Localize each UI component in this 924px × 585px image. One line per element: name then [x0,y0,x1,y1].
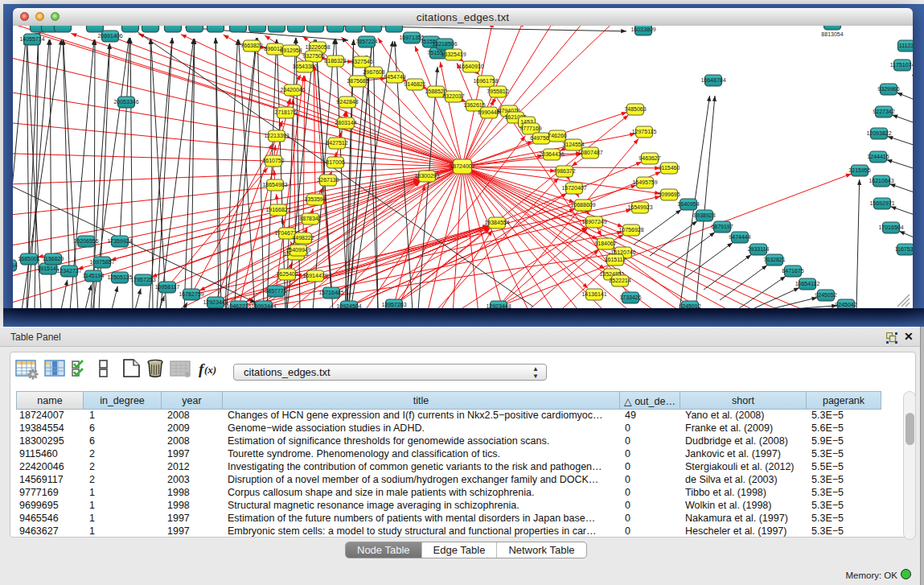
svg-text:8912954: 8912954 [280,47,302,53]
svg-text:17016504: 17016504 [878,225,903,230]
svg-text:9099695: 9099695 [658,192,680,197]
svg-text:3267130: 3267130 [317,177,339,183]
svg-text:8454749: 8454749 [384,74,405,80]
svg-text:10924504: 10924504 [336,303,361,308]
svg-text:9463627: 9463627 [639,155,660,161]
svg-text:16543382: 16543382 [292,64,317,69]
svg-text:2803144: 2803144 [335,120,356,126]
svg-text:11751074: 11751074 [890,62,913,68]
svg-text:2967608: 2967608 [363,69,384,75]
svg-text:9245042: 9245042 [835,302,856,307]
svg-text:16093444: 16093444 [251,303,276,308]
svg-text:16782759: 16782759 [179,291,203,297]
svg-text:8186323: 8186323 [324,58,346,64]
svg-text:8938928: 8938928 [693,212,715,218]
svg-text:7663822: 7663822 [240,43,262,48]
svg-text:1145194: 1145194 [83,273,105,278]
svg-text:13218506: 13218506 [432,41,457,47]
svg-text:11123: 11123 [899,43,913,48]
svg-text:10807487: 10807487 [577,150,602,155]
svg-text:1610752: 1610752 [262,158,284,163]
svg-text:8471675: 8471675 [782,268,803,274]
svg-text:9227342: 9227342 [873,109,894,114]
svg-text:18300293: 18300293 [414,173,439,179]
svg-text:9857771: 9857771 [265,288,286,294]
svg-text:1685001: 1685001 [18,256,39,262]
svg-text:17957253: 17957253 [130,277,155,282]
svg-text:12342737: 12342737 [56,268,81,274]
svg-text:14055714: 14055714 [19,36,44,42]
svg-text:23420046: 23420046 [280,87,305,93]
svg-text:12093822: 12093822 [866,130,891,136]
svg-text:10756928: 10756928 [618,227,643,233]
svg-text:16549923: 16549923 [627,204,652,210]
svg-text:16495759: 16495759 [632,179,657,185]
svg-text:14136141: 14136141 [581,291,606,297]
svg-text:20206556: 20206556 [73,238,98,244]
svg-text:6879197: 6879197 [711,224,733,229]
svg-text:9245052: 9245052 [815,292,836,298]
svg-text:16640910: 16640910 [458,64,483,69]
svg-text:10462216: 10462216 [226,303,251,308]
svg-text:12975115: 12975115 [632,129,657,134]
svg-text:15720407: 15720407 [561,185,586,191]
svg-text:1156829: 1156829 [43,256,64,262]
svg-text:1353594: 1353594 [304,196,326,202]
svg-text:10688609: 10688609 [570,202,595,208]
svg-text:18724007: 18724007 [450,163,474,169]
svg-text:9184067: 9184067 [594,241,616,246]
svg-text:13226058: 13226058 [305,44,330,50]
svg-text:15692971: 15692971 [869,200,894,206]
svg-text:3124554: 3124554 [562,142,584,147]
svg-text:2522214: 2522214 [609,278,630,283]
svg-text:1640954: 1640954 [677,201,699,207]
svg-text:8813054: 8813054 [821,31,843,37]
svg-text:9146821: 9146821 [404,81,425,87]
svg-text:(x): (x) [204,364,216,376]
svg-text:1615112: 1615112 [605,257,626,262]
svg-text:9329966: 9329966 [877,86,899,92]
svg-text:18907249: 18907249 [581,219,606,225]
svg-text:9245012: 9245012 [679,303,700,308]
svg-text:17359924: 17359924 [107,238,132,244]
svg-text:19166822: 19166822 [265,207,290,212]
svg-text:8878342: 8878342 [299,216,321,221]
svg-text:13957263: 13957263 [381,302,406,307]
svg-text:20053346: 20053346 [113,99,138,105]
svg-text:9327546: 9327546 [351,59,372,64]
svg-text:7857224: 7857224 [355,39,377,44]
svg-text:16210643: 16210643 [869,178,893,183]
svg-text:4498222: 4498222 [292,235,314,241]
svg-text:1244415: 1244415 [867,154,889,159]
svg-text:3875685: 3875685 [347,78,368,84]
svg-text:7986372: 7986372 [553,168,575,174]
svg-text:7625402: 7625402 [276,271,298,277]
svg-text:1167534: 1167534 [895,246,913,252]
svg-text:12213393: 12213393 [264,133,289,138]
svg-text:8322037: 8322037 [442,93,464,99]
svg-text:12923448: 12923448 [203,299,228,305]
svg-text:16961758: 16961758 [473,78,498,84]
svg-text:15409949: 15409949 [285,247,310,253]
svg-text:391514: 391514 [13,262,18,268]
svg-text:817006: 817006 [326,159,344,165]
svg-text:16648784: 16648784 [700,77,725,83]
svg-text:9474444: 9474444 [729,234,750,240]
svg-text:13325419: 13325419 [441,51,466,57]
svg-text:9327505: 9327505 [302,53,324,59]
svg-text:8990448: 8990448 [478,109,499,115]
svg-text:12923448: 12923448 [486,303,511,308]
svg-text:7632821: 7632821 [763,257,785,262]
svg-text:10654112: 10654112 [795,281,820,286]
svg-text:15716485: 15716485 [318,290,343,295]
svg-text:9242848: 9242848 [336,99,358,105]
svg-text:1733426: 1733426 [619,295,641,300]
svg-text:20691406: 20691406 [97,33,122,39]
svg-text:10975857: 10975857 [89,259,114,265]
svg-text:16033809: 16033809 [630,27,655,32]
svg-text:746266: 746266 [548,133,566,138]
svg-text:7955812: 7955812 [487,89,508,94]
svg-text:2933114: 2933114 [748,246,770,252]
svg-text:3215955: 3215955 [848,167,870,173]
svg-text:12505135: 12505135 [107,274,132,280]
